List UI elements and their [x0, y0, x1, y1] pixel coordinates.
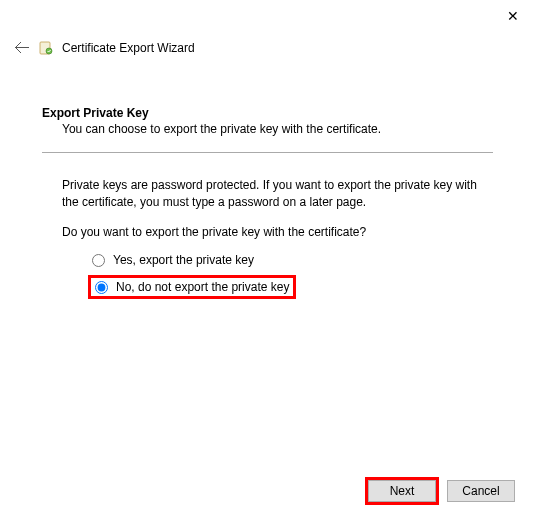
close-icon[interactable]: ✕: [507, 8, 519, 24]
highlight-selected-radio: No, do not export the private key: [88, 275, 296, 299]
wizard-footer: Next Cancel: [365, 477, 515, 505]
title-bar: ✕: [0, 0, 535, 30]
certificate-wizard-icon: [38, 40, 54, 56]
back-arrow-icon[interactable]: 🡠: [14, 40, 30, 56]
divider: [42, 152, 493, 153]
wizard-header: 🡠 Certificate Export Wizard: [14, 40, 195, 56]
radio-yes-export[interactable]: Yes, export the private key: [88, 251, 493, 269]
cancel-button[interactable]: Cancel: [447, 480, 515, 502]
next-button[interactable]: Next: [368, 480, 436, 502]
wizard-title: Certificate Export Wizard: [62, 41, 195, 55]
section-heading: Export Private Key: [42, 106, 493, 120]
question-paragraph: Do you want to export the private key wi…: [62, 224, 493, 241]
radio-yes-input[interactable]: [92, 254, 105, 267]
radio-yes-label: Yes, export the private key: [113, 253, 254, 267]
radio-no-label: No, do not export the private key: [116, 280, 289, 294]
radio-no-export[interactable]: No, do not export the private key: [91, 278, 293, 296]
wizard-content: Export Private Key You can choose to exp…: [42, 106, 493, 299]
info-paragraph: Private keys are password protected. If …: [62, 177, 493, 212]
section-subheading: You can choose to export the private key…: [62, 122, 493, 136]
export-key-radio-group: Yes, export the private key No, do not e…: [88, 251, 493, 299]
highlight-next-button: Next: [365, 477, 439, 505]
radio-no-input[interactable]: [95, 281, 108, 294]
